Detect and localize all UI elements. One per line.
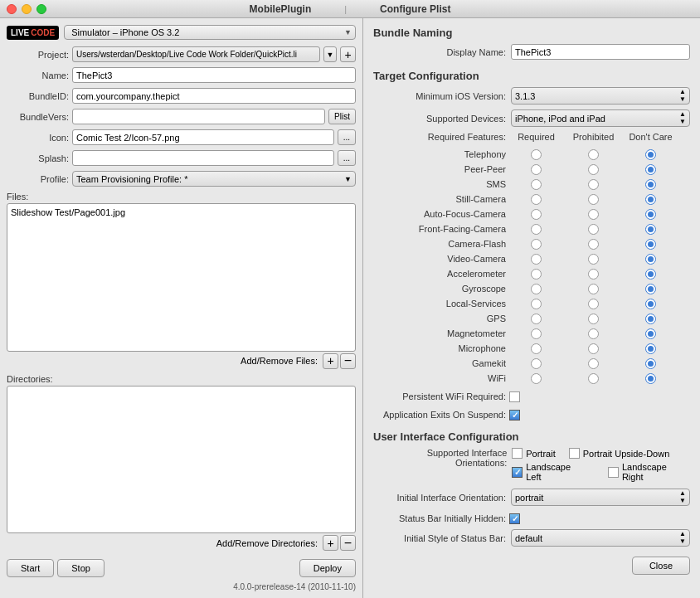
add-dirs-btn[interactable]: + <box>323 535 338 551</box>
feature-required-14[interactable] <box>531 358 542 369</box>
persistent-wifi-checkbox[interactable] <box>509 391 520 402</box>
app-exits-checkbox[interactable]: ✓ <box>509 410 520 421</box>
add-remove-dirs-label: Add/Remove Directories: <box>216 538 318 548</box>
feature-name-13: Microphone <box>373 343 506 353</box>
feature-dontcare-9[interactable] <box>645 284 656 294</box>
stop-btn[interactable]: Stop <box>57 559 105 577</box>
feature-prohibited-7[interactable] <box>588 254 599 265</box>
feature-required-5[interactable] <box>531 224 542 235</box>
portrait-item: Portrait <box>512 448 555 459</box>
add-files-btn[interactable]: + <box>323 353 338 369</box>
feature-prohibited-8[interactable] <box>588 269 599 280</box>
feature-dontcare-11[interactable] <box>645 314 656 324</box>
feature-dontcare-4[interactable] <box>645 209 656 220</box>
project-dropdown-btn[interactable]: ▼ <box>323 46 337 62</box>
feature-prohibited-13[interactable] <box>588 343 599 354</box>
feature-prohibited-1[interactable] <box>588 164 599 175</box>
name-input[interactable] <box>72 67 356 83</box>
icon-browse-btn[interactable]: ... <box>338 129 356 145</box>
status-bar-hidden-checkbox[interactable]: ✓ <box>509 513 520 524</box>
remove-dirs-btn[interactable]: − <box>340 535 356 551</box>
feature-required-10[interactable] <box>531 299 542 309</box>
feature-required-1[interactable] <box>531 164 542 175</box>
feature-prohibited-10[interactable] <box>588 299 599 309</box>
persistent-wifi-label: Persistent WiFi Required: <box>373 391 506 401</box>
feature-dontcare-7[interactable] <box>645 254 656 265</box>
feature-prohibited-12[interactable] <box>588 328 599 339</box>
feature-dontcare-6[interactable] <box>645 239 656 250</box>
project-add-btn[interactable]: + <box>340 46 356 62</box>
feature-dontcare-1[interactable] <box>645 164 656 175</box>
feature-prohibited-2[interactable] <box>588 179 599 190</box>
min-ios-dropdown[interactable]: 3.1.3 ▲ ▼ <box>511 87 690 105</box>
feature-required-2[interactable] <box>531 179 542 190</box>
app-exits-label: Application Exits On Suspend: <box>373 410 506 420</box>
supported-orientations-label: Supported Interface Orientations: <box>373 448 507 468</box>
simulator-dropdown[interactable]: Simulator – iPhone OS 3.2 ▼ <box>64 25 356 40</box>
feature-prohibited-5[interactable] <box>588 224 599 235</box>
landscape-right-item: Landscape Right <box>608 462 690 482</box>
initial-orientation-dropdown[interactable]: portrait ▲ ▼ <box>511 489 690 506</box>
simulator-value: Simulator – iPhone OS 3.2 <box>71 27 179 37</box>
remove-files-btn[interactable]: − <box>340 353 356 369</box>
file-list-box[interactable]: Slideshow Test/Page001.jpg <box>7 203 356 352</box>
dir-list-box[interactable] <box>7 386 356 534</box>
feature-prohibited-11[interactable] <box>588 314 599 324</box>
bundleid-row: BundleID: <box>7 88 356 104</box>
feature-required-9[interactable] <box>531 284 542 294</box>
start-btn[interactable]: Start <box>7 559 54 577</box>
feature-prohibited-15[interactable] <box>588 373 599 384</box>
feature-required-7[interactable] <box>531 254 542 265</box>
project-path[interactable]: Users/wsterdan/Desktop/Live Code Work Fo… <box>72 46 320 62</box>
close-btn[interactable]: Close <box>632 557 690 575</box>
feature-required-3[interactable] <box>531 194 542 205</box>
feature-dontcare-12[interactable] <box>645 328 656 339</box>
initial-orientation-arrow-icon: ▲ ▼ <box>679 490 686 504</box>
feature-dontcare-13[interactable] <box>645 343 656 354</box>
feature-dontcare-8[interactable] <box>645 269 656 280</box>
feature-required-0[interactable] <box>531 149 542 160</box>
splash-input[interactable] <box>72 150 334 166</box>
feature-required-4[interactable] <box>531 209 542 220</box>
landscape-right-checkbox[interactable] <box>608 467 619 478</box>
maximize-light[interactable] <box>36 4 46 14</box>
feature-dontcare-5[interactable] <box>645 224 656 235</box>
feature-dontcare-10[interactable] <box>645 299 656 309</box>
feature-required-15[interactable] <box>531 373 542 384</box>
plist-btn[interactable]: Plist <box>328 109 356 124</box>
feature-required-13[interactable] <box>531 343 542 354</box>
bundleid-input[interactable] <box>72 88 356 104</box>
display-name-input[interactable] <box>511 44 690 60</box>
landscape-left-checkbox[interactable]: ✓ <box>512 467 523 478</box>
initial-orientation-label: Initial Interface Orientation: <box>373 493 506 503</box>
min-ios-row: Minimum iOS Version: 3.1.3 ▲ ▼ <box>373 87 690 105</box>
feature-required-12[interactable] <box>531 328 542 339</box>
feature-required-6[interactable] <box>531 239 542 250</box>
bundlevers-input[interactable] <box>72 109 325 124</box>
feature-required-11[interactable] <box>531 314 542 324</box>
feature-prohibited-4[interactable] <box>588 209 599 220</box>
feature-dontcare-2[interactable] <box>645 179 656 190</box>
minimize-light[interactable] <box>22 4 32 14</box>
portrait-checkbox[interactable] <box>512 448 523 459</box>
feature-prohibited-3[interactable] <box>588 194 599 205</box>
display-name-row: Display Name: <box>373 44 690 60</box>
portrait-updown-checkbox[interactable] <box>569 448 580 459</box>
icon-input[interactable] <box>72 129 334 145</box>
profile-dropdown[interactable]: Team Provisioning Profile: * ▼ <box>72 171 356 187</box>
close-light[interactable] <box>7 4 17 14</box>
feature-prohibited-9[interactable] <box>588 284 599 294</box>
deploy-btn[interactable]: Deploy <box>299 559 356 577</box>
feature-dontcare-0[interactable] <box>645 149 656 160</box>
feature-prohibited-0[interactable] <box>588 149 599 160</box>
feature-dontcare-3[interactable] <box>645 194 656 205</box>
splash-browse-btn[interactable]: ... <box>338 150 356 166</box>
feature-prohibited-14[interactable] <box>588 358 599 369</box>
initial-style-dropdown[interactable]: default ▲ ▼ <box>511 529 690 547</box>
supported-devices-dropdown[interactable]: iPhone, iPod and iPad ▲ ▼ <box>511 109 690 127</box>
feature-dontcare-15[interactable] <box>645 373 656 384</box>
profile-label: Profile: <box>7 174 69 184</box>
feature-dontcare-14[interactable] <box>645 358 656 369</box>
feature-prohibited-6[interactable] <box>588 239 599 250</box>
feature-required-8[interactable] <box>531 269 542 280</box>
